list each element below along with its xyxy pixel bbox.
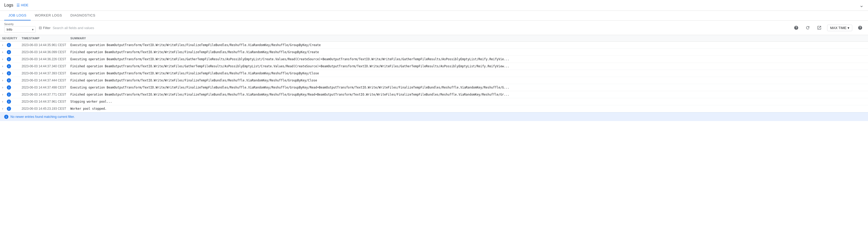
table-row: › i 2023-06-03 14:44:35.961 CESTExecutin… [0,42,868,49]
expand-chevron[interactable]: › [2,57,6,61]
summary-cell: Worker pool stopped. [68,105,868,112]
header: Logs ☰ HIDE ⌄ [0,0,868,11]
expand-chevron[interactable]: › [2,93,6,96]
footer-bar: i No newer entries found matching curren… [0,112,868,121]
severity-cell: › i [0,49,20,56]
severity-badge: i [7,57,11,61]
tabs-bar: JOB LOGS WORKER LOGS DIAGNOSTICS [0,11,868,21]
summary-cell: Executing operation BeamOutputTransform/… [68,42,868,49]
summary-cell: Stopping worker pool... [68,98,868,105]
severity-badge: i [7,85,11,90]
table-header-row: SEVERITY TIMESTAMP SUMMARY [0,35,868,42]
chevron-down-icon: ▾ [847,26,849,30]
timestamp-cell: 2023-06-03 14:44:37.340 CEST [20,63,68,70]
hide-button[interactable]: ☰ HIDE [17,3,29,7]
severity-cell: › i [0,70,20,77]
severity-badge: i [7,99,11,104]
severity-badge: i [7,64,11,68]
severity-cell: › i [0,98,20,105]
table-row: › i 2023-06-03 14:44:37.961 CESTStopping… [0,98,868,105]
severity-badge: i [7,92,11,97]
expand-chevron[interactable]: › [2,107,6,110]
footer-info-icon: i [4,115,8,119]
severity-badge: i [7,78,11,83]
table-row: › i 2023-06-03 14:44:37.444 CESTFinished… [0,77,868,84]
severity-badge: i [7,71,11,75]
severity-select-wrapper: Severity Default Debug Info Notice Warni… [4,23,36,33]
expand-chevron[interactable]: › [2,100,6,103]
severity-cell: › i [0,42,20,49]
severity-badge: i [7,50,11,54]
logs-table-container: SEVERITY TIMESTAMP SUMMARY › i 2023-06-0… [0,35,868,112]
summary-cell: Finished operation BeamOutputTransform/T… [68,49,868,56]
collapse-icon[interactable]: ⌄ [859,2,864,8]
table-row: › i 2023-06-03 14:44:37.340 CESTFinished… [0,63,868,70]
severity-badge: i [7,106,11,111]
col-header-severity: SEVERITY [0,35,20,42]
footer-message: No newer entries found matching current … [10,115,75,119]
filter-input[interactable] [53,26,790,30]
severity-cell: › i [0,56,20,63]
max-time-button[interactable]: MAX TIME ▾ [827,25,852,31]
tab-job-logs[interactable]: JOB LOGS [4,11,31,21]
help-icon-right[interactable] [857,24,864,31]
expand-chevron[interactable]: › [2,86,6,89]
filter-label: ⊟ Filter [39,26,51,30]
timestamp-cell: 2023-06-03 14:44:37.498 CEST [20,84,68,91]
col-header-summary: SUMMARY [68,35,868,42]
external-link-icon[interactable] [815,24,823,31]
timestamp-cell: 2023-06-03 14:45:23.193 CEST [20,105,68,112]
severity-cell: › i [0,77,20,84]
table-row: › i 2023-06-03 14:44:37.393 CESTExecutin… [0,70,868,77]
timestamp-cell: 2023-06-03 14:44:37.393 CEST [20,70,68,77]
refresh-icon[interactable] [804,24,811,31]
severity-cell: › i [0,91,20,98]
table-row: › i 2023-06-03 14:44:37.771 CESTFinished… [0,91,868,98]
timestamp-cell: 2023-06-03 14:44:37.444 CEST [20,77,68,84]
toolbar: Severity Default Debug Info Notice Warni… [0,21,868,35]
tab-diagnostics[interactable]: DIAGNOSTICS [66,11,99,21]
severity-cell: › i [0,105,20,112]
table-row: › i 2023-06-03 14:44:37.498 CESTExecutin… [0,84,868,91]
timestamp-cell: 2023-06-03 14:44:36.099 CEST [20,49,68,56]
expand-chevron[interactable]: › [2,71,6,75]
summary-cell: Finished operation BeamOutputTransform/T… [68,91,868,98]
filter-icon: ⊟ [39,26,42,30]
timestamp-cell: 2023-06-03 14:44:37.771 CEST [20,91,68,98]
severity-badge: i [7,43,11,47]
filter-section: ⊟ Filter [39,26,789,30]
table-row: › i 2023-06-03 14:44:36.226 CESTExecutin… [0,56,868,63]
hamburger-icon: ☰ [17,3,20,7]
severity-cell: › i [0,84,20,91]
severity-cell: › i [0,63,20,70]
summary-cell: Finished operation BeamOutputTransform/T… [68,77,868,84]
table-row: › i 2023-06-03 14:45:23.193 CESTWorker p… [0,105,868,112]
tab-worker-logs[interactable]: WORKER LOGS [31,11,66,21]
severity-select-container: Default Debug Info Notice Warning Error … [4,26,36,33]
expand-chevron[interactable]: › [2,50,6,54]
page-title: Logs [4,3,13,8]
table-row: › i 2023-06-03 14:44:36.099 CESTFinished… [0,49,868,56]
expand-chevron[interactable]: › [2,43,6,47]
summary-cell: Finished operation BeamOutputTransform/T… [68,63,868,70]
col-header-timestamp: TIMESTAMP [20,35,68,42]
summary-cell: Executing operation BeamOutputTransform/… [68,56,868,63]
toolbar-actions: MAX TIME ▾ [793,24,864,31]
help-icon-left[interactable] [793,24,800,31]
summary-cell: Executing operation BeamOutputTransform/… [68,70,868,77]
timestamp-cell: 2023-06-03 14:44:37.961 CEST [20,98,68,105]
expand-chevron[interactable]: › [2,64,6,68]
severity-select[interactable]: Default Debug Info Notice Warning Error … [4,26,36,33]
timestamp-cell: 2023-06-03 14:44:35.961 CEST [20,42,68,49]
logs-table: SEVERITY TIMESTAMP SUMMARY › i 2023-06-0… [0,35,868,112]
summary-cell: Executing operation BeamOutputTransform/… [68,84,868,91]
expand-chevron[interactable]: › [2,78,6,82]
severity-label: Severity [4,23,36,26]
timestamp-cell: 2023-06-03 14:44:36.226 CEST [20,56,68,63]
